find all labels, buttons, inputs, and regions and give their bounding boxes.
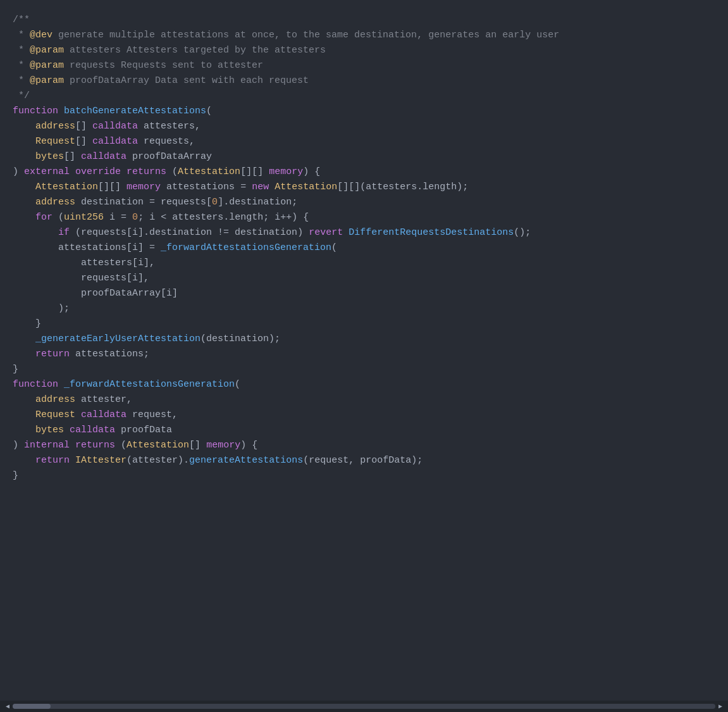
code-editor: /** * @dev generate multiple attestation… bbox=[0, 0, 728, 712]
code-area[interactable]: /** * @dev generate multiple attestation… bbox=[0, 0, 728, 701]
horizontal-scrollbar[interactable]: ◀ ▶ bbox=[0, 701, 728, 712]
code-content: /** * @dev generate multiple attestation… bbox=[13, 13, 715, 484]
scroll-right-arrow[interactable]: ▶ bbox=[715, 701, 725, 711]
scrollbar-track[interactable] bbox=[13, 704, 715, 709]
scrollbar-thumb[interactable] bbox=[13, 704, 51, 709]
scroll-left-arrow[interactable]: ◀ bbox=[3, 701, 13, 711]
